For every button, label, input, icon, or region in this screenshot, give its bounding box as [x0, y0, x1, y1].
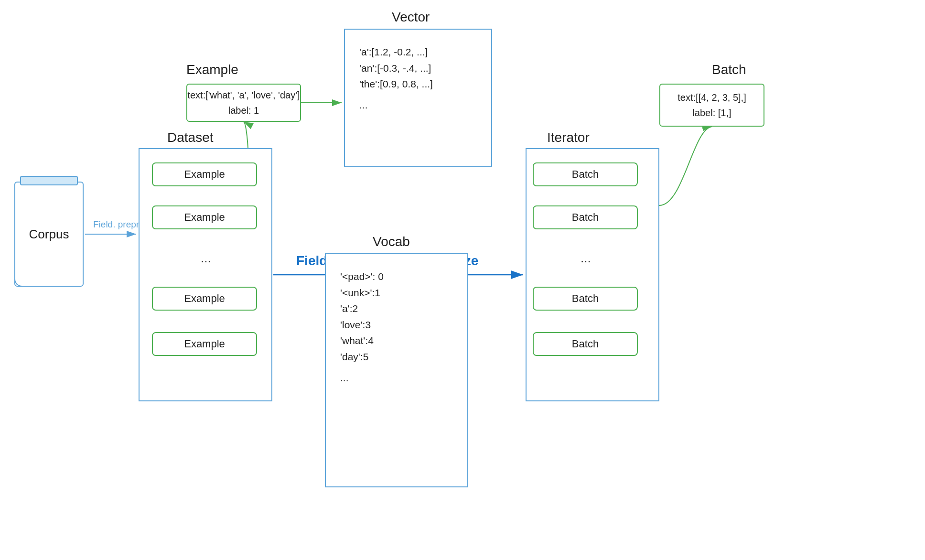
- dataset-title: Dataset: [167, 130, 214, 145]
- vocab-line2: '<unk>':1: [340, 285, 384, 301]
- vocab-line4: 'love':3: [340, 317, 384, 333]
- vocab-line1: '<pad>': 0: [340, 269, 384, 285]
- vector-line3: 'the':[0.9, 0.8, ...]: [359, 76, 433, 92]
- batch-tooltip-box: text:[[4, 2, 3, 5],] label: [1,]: [659, 84, 764, 127]
- diagram-container: Corpus Field. preprocess Dataset Example…: [0, 0, 925, 560]
- iterator-item-4: Batch: [533, 287, 638, 311]
- vocab-line5: 'what':4: [340, 333, 384, 349]
- vector-box: 'a':[1.2, -0.2, ...] 'an':[-0.3, -.4, ..…: [344, 29, 492, 167]
- corpus-label: Corpus: [29, 227, 69, 242]
- iterator-item-1: Batch: [533, 162, 638, 186]
- corpus-box: Corpus: [14, 182, 84, 287]
- dataset-item-4: Example: [152, 287, 257, 311]
- corpus-scroll-top: [20, 176, 78, 185]
- vector-title: Vector: [392, 10, 430, 25]
- iterator-title: Iterator: [547, 130, 590, 145]
- example-tooltip-box: text:['what', 'a', 'love', 'day'] label:…: [186, 84, 301, 122]
- dataset-item-5: Example: [152, 332, 257, 356]
- dataset-dots: ...: [201, 251, 211, 266]
- vocab-dots: ...: [340, 370, 384, 386]
- batch-tooltip-title: Batch: [712, 62, 746, 77]
- vector-line2: 'an':[-0.3, -.4, ...]: [359, 60, 433, 76]
- vocab-line6: 'day':5: [340, 349, 384, 365]
- vocab-line3: 'a':2: [340, 301, 384, 317]
- iterator-item-5: Batch: [533, 332, 638, 356]
- example-tooltip-title: Example: [186, 62, 238, 77]
- dataset-item-2: Example: [152, 205, 257, 229]
- vector-line1: 'a':[1.2, -0.2, ...]: [359, 44, 433, 60]
- vocab-box: '<pad>': 0 '<unk>':1 'a':2 'love':3 'wha…: [325, 253, 468, 487]
- vocab-title: Vocab: [373, 234, 410, 249]
- iterator-dots: ...: [581, 251, 591, 266]
- iterator-item-2: Batch: [533, 205, 638, 229]
- dataset-item-1: Example: [152, 162, 257, 186]
- vector-dots: ...: [359, 97, 433, 113]
